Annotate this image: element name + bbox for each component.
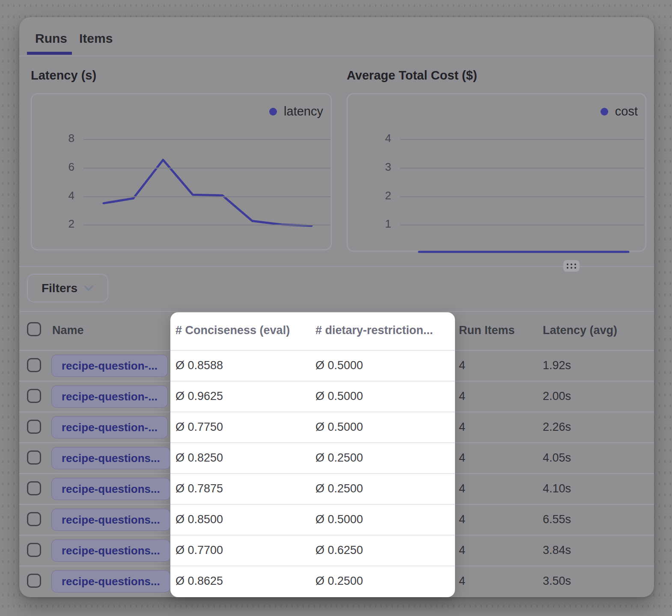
latency-chart: latency 8642 [31, 93, 332, 250]
gridline [400, 139, 644, 140]
cell-run-items: 4 [459, 421, 465, 434]
chevron-down-icon [83, 285, 94, 291]
cell-dietary-restriction: Ø 0.5000 [315, 359, 363, 372]
cell-latency-avg: 4.10s [543, 482, 571, 495]
filters-button-label: Filters [42, 281, 77, 295]
run-name-badge[interactable]: recipe-questions... [51, 478, 170, 500]
y-axis-tick-label: 4 [32, 189, 74, 202]
cell-run-items: 4 [459, 359, 465, 372]
cell-conciseness: Ø 0.7875 [175, 482, 223, 495]
dimmed-screenshot-stage: Runs Items Latency (s) Average Total Cos… [0, 0, 672, 616]
tabs-divider [19, 56, 654, 56]
grip-dots-icon [567, 264, 576, 269]
gridline [83, 225, 330, 225]
run-name-badge[interactable]: recipe-question-... [51, 385, 168, 408]
column-header-latency-avg: Latency (avg) [543, 323, 617, 338]
cell-latency-avg: 4.05s [543, 451, 571, 465]
select-all-checkbox[interactable] [27, 322, 41, 336]
cell-run-items: 4 [459, 451, 465, 465]
row-checkbox[interactable] [27, 389, 41, 403]
cell-conciseness: Ø 0.8500 [175, 513, 223, 526]
row-checkbox[interactable] [27, 450, 41, 465]
cell-dietary-restriction: Ø 0.2500 [315, 451, 363, 465]
cell-conciseness: Ø 0.8588 [175, 359, 223, 372]
y-axis-tick-label: 6 [32, 160, 74, 174]
cell-run-items: 4 [459, 575, 465, 588]
table-row[interactable]: recipe-questions...Ø 0.7875Ø 0.250044.10… [19, 473, 654, 504]
row-checkbox[interactable] [27, 543, 41, 557]
cell-conciseness: Ø 0.8250 [175, 451, 223, 465]
column-header-conciseness: # Conciseness (eval) [175, 323, 290, 338]
run-name-badge[interactable]: recipe-questions... [51, 570, 170, 592]
gridline [83, 168, 330, 169]
table-row[interactable]: recipe-question-...Ø 0.9625Ø 0.500042.00… [19, 381, 654, 412]
column-header-dietary-restriction: # dietary-restriction... [315, 323, 433, 338]
runs-panel: Runs Items Latency (s) Average Total Cos… [19, 17, 654, 597]
gridline [83, 196, 330, 197]
y-axis-tick-label: 4 [348, 132, 391, 145]
run-name-badge[interactable]: recipe-questions... [51, 509, 170, 531]
resize-drag-handle[interactable] [563, 260, 580, 272]
latency-chart-title: Latency (s) [31, 68, 96, 83]
table-row[interactable]: recipe-questions...Ø 0.8500Ø 0.500046.55… [19, 504, 654, 535]
cell-dietary-restriction: Ø 0.5000 [315, 513, 363, 526]
cell-dietary-restriction: Ø 0.6250 [315, 544, 363, 557]
cell-conciseness: Ø 0.8625 [175, 575, 223, 588]
y-axis-tick-label: 2 [32, 217, 74, 231]
cell-latency-avg: 2.26s [543, 421, 571, 434]
row-checkbox[interactable] [27, 358, 41, 372]
table-row[interactable]: recipe-question-...Ø 0.8588Ø 0.500041.92… [19, 350, 654, 381]
gridline [400, 168, 644, 169]
run-name-badge[interactable]: recipe-questions... [51, 447, 170, 469]
cell-dietary-restriction: Ø 0.2500 [315, 575, 363, 588]
filters-section-divider [19, 311, 654, 312]
cell-latency-avg: 1.92s [543, 359, 571, 372]
latency-line-series [31, 93, 332, 252]
table-row[interactable]: recipe-questions...Ø 0.8625Ø 0.250043.50… [19, 566, 654, 596]
y-axis-tick-label: 1 [348, 217, 391, 231]
cell-dietary-restriction: Ø 0.2500 [315, 482, 363, 495]
y-axis-tick-label: 3 [348, 160, 391, 174]
cell-run-items: 4 [459, 390, 465, 403]
cost-chart-title: Average Total Cost ($) [347, 68, 477, 83]
charts-section-divider [19, 266, 654, 267]
filters-button[interactable]: Filters [27, 274, 108, 302]
gridline [83, 139, 330, 140]
row-checkbox[interactable] [27, 574, 41, 588]
cell-conciseness: Ø 0.7750 [175, 421, 223, 434]
y-axis-tick-label: 8 [32, 132, 74, 145]
run-name-badge[interactable]: recipe-question-... [51, 416, 168, 438]
gridline [400, 225, 644, 225]
cell-run-items: 4 [459, 482, 465, 495]
run-name-badge[interactable]: recipe-question-... [51, 355, 168, 377]
gridline [400, 196, 644, 197]
run-name-badge[interactable]: recipe-questions... [51, 539, 170, 562]
table-row[interactable]: recipe-question-...Ø 0.7750Ø 0.500042.26… [19, 412, 654, 442]
table-row[interactable]: recipe-questions...Ø 0.8250Ø 0.250044.05… [19, 442, 654, 473]
cell-dietary-restriction: Ø 0.5000 [315, 390, 363, 403]
row-checkbox[interactable] [27, 420, 41, 434]
row-checkbox[interactable] [27, 512, 41, 526]
active-tab-underline [27, 52, 72, 55]
tab-items[interactable]: Items [79, 31, 113, 46]
cell-dietary-restriction: Ø 0.5000 [315, 421, 363, 434]
cell-latency-avg: 3.84s [543, 544, 571, 557]
cell-latency-avg: 6.55s [543, 513, 571, 526]
column-header-run-items: Run Items [459, 323, 515, 338]
row-checkbox[interactable] [27, 481, 41, 495]
cell-run-items: 4 [459, 544, 465, 557]
cost-line-series [347, 93, 646, 254]
y-axis-tick-label: 2 [348, 189, 391, 202]
cell-conciseness: Ø 0.7700 [175, 544, 223, 557]
cell-latency-avg: 2.00s [543, 390, 571, 403]
table-row[interactable]: recipe-questions...Ø 0.7700Ø 0.625043.84… [19, 535, 654, 566]
tab-runs[interactable]: Runs [35, 31, 67, 46]
cell-conciseness: Ø 0.9625 [175, 390, 223, 403]
cell-latency-avg: 3.50s [543, 575, 571, 588]
column-header-name: Name [52, 323, 84, 338]
cost-chart: cost 4321 [347, 93, 646, 252]
cell-run-items: 4 [459, 513, 465, 526]
